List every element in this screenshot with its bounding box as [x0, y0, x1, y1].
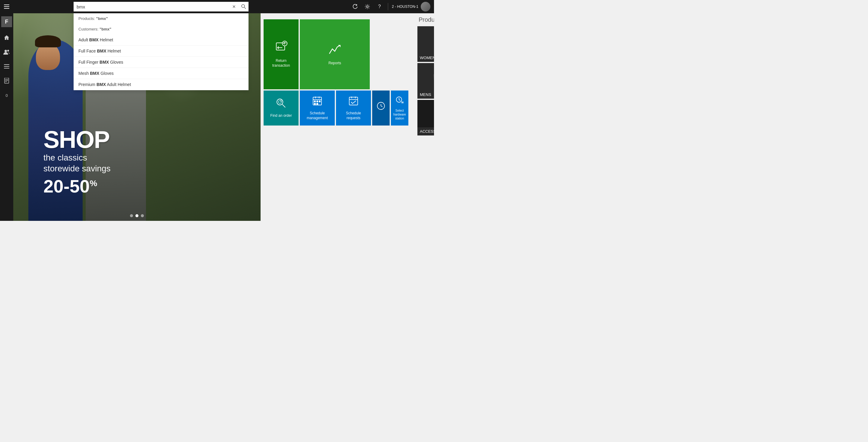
svg-line-36 [381, 106, 382, 107]
sidebar-item-customers[interactable] [0, 45, 13, 59]
svg-point-3 [242, 4, 245, 7]
sidebar-item-menu[interactable] [0, 60, 13, 73]
svg-point-5 [367, 6, 368, 7]
dropdown-customers-category[interactable]: Customers: "bmx" [73, 24, 249, 34]
hero-dot-3[interactable] [141, 214, 144, 217]
svg-rect-27 [319, 101, 320, 102]
svg-rect-13 [5, 80, 8, 81]
schedule-management-label: Schedule management [303, 111, 332, 120]
search-input[interactable] [73, 2, 249, 11]
hero-subtitle-2: storewide savings [43, 164, 111, 174]
hw-station-2-label: Select hardware station [393, 109, 406, 120]
schedule-requests-icon [348, 95, 359, 109]
svg-rect-0 [4, 4, 9, 5]
return-transaction-icon [275, 40, 288, 56]
svg-line-39 [399, 99, 400, 100]
svg-rect-9 [4, 66, 9, 67]
sidebar-item-orders[interactable] [0, 74, 13, 88]
accessories-label: ACCESSORIES [417, 127, 434, 136]
sidebar-item-home[interactable] [0, 31, 13, 44]
svg-rect-10 [4, 68, 9, 68]
search-clear-button[interactable]: ✕ [229, 2, 239, 11]
tiles-row-1: Return transaction Reports [264, 19, 408, 89]
hero-dot-1[interactable] [130, 214, 133, 217]
svg-rect-30 [349, 97, 358, 105]
product-card-accessories[interactable]: ACCESSORIES [417, 100, 434, 136]
schedule-management-icon [312, 95, 323, 109]
reports-tile[interactable]: Reports [300, 19, 370, 89]
svg-rect-48 [433, 73, 434, 86]
svg-rect-28 [314, 103, 315, 105]
svg-point-6 [4, 50, 7, 52]
svg-line-18 [282, 105, 285, 108]
find-order-tile[interactable]: Find an order [264, 90, 299, 125]
svg-point-7 [7, 50, 9, 52]
sidebar-f-badge[interactable]: F [1, 16, 12, 27]
svg-point-20 [280, 100, 282, 102]
find-order-label: Find an order [270, 113, 292, 118]
sidebar-item-number: 0 [0, 89, 13, 102]
hero-discount-text: 20-50% [43, 176, 111, 197]
product-card-womens[interactable]: WOMENS [417, 26, 434, 62]
store-label: 2 - HOUSTON-1 [392, 4, 418, 9]
svg-rect-25 [314, 101, 315, 102]
dropdown-suggestion-2[interactable]: Full Finger BMX Gloves [73, 57, 249, 68]
search-icon-group: ✕ [229, 2, 249, 11]
products-title: Products [417, 16, 434, 23]
refresh-button[interactable] [350, 2, 360, 11]
product-card-mens[interactable]: MENS [417, 63, 434, 99]
hero-subtitle-1: the classics [43, 153, 111, 163]
tiles-row-2: Find an order [264, 90, 408, 125]
select-hardware-station-1-tile[interactable] [372, 90, 390, 125]
svg-rect-26 [317, 101, 318, 102]
schedule-requests-tile[interactable]: Schedule requests [336, 90, 371, 125]
svg-rect-1 [4, 6, 9, 7]
dropdown-suggestion-0[interactable]: Adult BMX Helmet [73, 34, 249, 46]
svg-rect-14 [5, 82, 7, 82]
search-dropdown: Products: "bmx" Customers: "bmx" Adult B… [73, 13, 249, 90]
svg-point-17 [277, 99, 283, 105]
hamburger-menu[interactable] [0, 0, 13, 13]
tiles-area: Return transaction Reports [260, 13, 414, 221]
search-container: ✕ [73, 2, 249, 11]
sidebar: F 0 [0, 13, 13, 221]
svg-line-4 [244, 7, 246, 9]
return-transaction-tile[interactable]: Return transaction [264, 19, 299, 89]
mens-label: MENS [417, 90, 434, 99]
help-button[interactable]: ? [375, 2, 384, 11]
svg-rect-12 [5, 79, 8, 80]
hw-station-2-icon [395, 96, 404, 106]
schedule-requests-label: Schedule requests [339, 111, 368, 120]
select-hardware-station-2-tile[interactable]: Select hardware station [391, 90, 408, 125]
hero-shop-text: SHOP [43, 128, 111, 152]
navbar-right: ? 2 - HOUSTON-1 [350, 2, 434, 11]
avatar[interactable] [421, 2, 430, 11]
settings-button[interactable] [363, 2, 372, 11]
womens-image [417, 26, 434, 55]
reports-icon [328, 43, 341, 59]
schedule-management-tile[interactable]: Schedule management [300, 90, 335, 125]
accessories-image [417, 100, 434, 128]
find-order-icon [276, 98, 286, 111]
mens-image [417, 63, 434, 91]
reports-label: Reports [329, 61, 341, 66]
dropdown-suggestion-3[interactable]: Mesh BMX Gloves [73, 68, 249, 79]
search-submit-button[interactable] [239, 2, 249, 11]
svg-rect-2 [4, 8, 9, 9]
products-panel: Products WOMENS [414, 13, 434, 221]
svg-rect-8 [4, 64, 9, 65]
return-transaction-label: Return transaction [267, 59, 296, 68]
dropdown-suggestion-4[interactable]: Premium BMX Adult Helmet [73, 79, 249, 90]
dropdown-suggestion-1[interactable]: Full Face BMX Helmet [73, 46, 249, 57]
navbar: ✕ ? 2 - HOUSTON-1 [0, 0, 434, 13]
hero-dot-2[interactable] [135, 214, 138, 217]
hero-carousel-dots [130, 214, 144, 217]
hero-text-block: SHOP the classics storewide savings 20-5… [43, 128, 111, 197]
hw-station-1-icon [377, 102, 385, 112]
svg-rect-29 [317, 103, 318, 105]
womens-label: WOMENS [417, 54, 434, 62]
dropdown-products-category[interactable]: Products: "bmx" [73, 13, 249, 24]
